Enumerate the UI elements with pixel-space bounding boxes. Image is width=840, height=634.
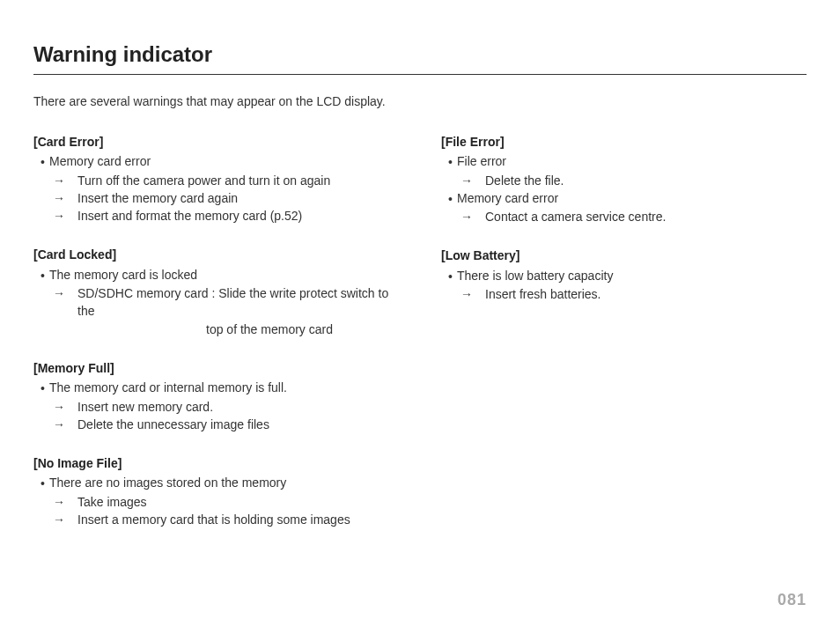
section-heading: [Low Battery] <box>441 247 807 264</box>
action-text: Delete the file. <box>485 172 807 189</box>
action-text: Turn off the camera power and turn it on… <box>77 172 399 189</box>
arrow-icon: → <box>53 398 77 416</box>
bullet-icon: • <box>41 266 49 284</box>
arrow-icon: → <box>461 285 485 303</box>
section-no-image: [No Image File] • There are no images st… <box>33 454 399 528</box>
section-heading: [Memory Full] <box>33 359 399 377</box>
action-text: Insert fresh batteries. <box>485 285 807 303</box>
action-item: → Delete the unnecessary image files <box>33 416 399 433</box>
action-text: Delete the unnecessary image files <box>77 416 399 433</box>
section-heading: [No Image File] <box>33 454 399 472</box>
section-low-battery: [Low Battery] • There is low battery cap… <box>441 247 807 303</box>
bullet-item: • The memory card is locked <box>33 266 399 284</box>
section-heading: [Card Locked] <box>33 246 399 263</box>
bullet-text: The memory card is locked <box>49 266 197 284</box>
section-heading: [Card Error] <box>33 133 399 151</box>
right-column: [File Error] • File error → Delete the f… <box>441 133 807 549</box>
action-text: Insert the memory card again <box>77 189 399 207</box>
bullet-item: • File error <box>441 152 807 171</box>
action-item: → Take images <box>33 493 399 511</box>
action-item: → Insert new memory card. <box>33 398 399 416</box>
arrow-icon: → <box>53 493 77 511</box>
section-card-error: [Card Error] • Memory card error → Turn … <box>33 133 399 225</box>
bullet-text: The memory card or internal memory is fu… <box>49 379 287 397</box>
page-number: 081 <box>777 591 807 609</box>
bullet-icon: • <box>41 379 49 397</box>
bullet-text: File error <box>457 152 506 171</box>
bullet-icon: • <box>41 474 49 492</box>
page-title: Warning indicator <box>33 42 807 75</box>
action-item: → Turn off the camera power and turn it … <box>33 172 399 189</box>
arrow-icon: → <box>53 172 77 189</box>
bullet-icon: • <box>448 267 457 285</box>
bullet-item: • Memory card error <box>441 189 807 208</box>
bullet-text: There are no images stored on the memory <box>49 474 286 492</box>
action-item: → Insert and format the memory card (p.5… <box>33 207 399 225</box>
action-item: → Delete the file. <box>441 172 807 189</box>
section-file-error: [File Error] • File error → Delete the f… <box>441 133 807 225</box>
action-text: Contact a camera service centre. <box>485 208 807 225</box>
arrow-icon: → <box>461 208 485 225</box>
action-item: → Contact a camera service centre. <box>441 208 807 225</box>
bullet-text: Memory card error <box>49 152 151 171</box>
section-card-locked: [Card Locked] • The memory card is locke… <box>33 246 399 337</box>
section-heading: [File Error] <box>441 133 807 151</box>
action-text: SD/SDHC memory card : Slide the write pr… <box>77 284 399 321</box>
bullet-text: Memory card error <box>457 189 558 208</box>
action-item: → Insert the memory card again <box>33 189 399 207</box>
arrow-icon: → <box>53 416 77 433</box>
action-text: Insert new memory card. <box>77 398 399 416</box>
arrow-icon: → <box>461 172 485 189</box>
left-column: [Card Error] • Memory card error → Turn … <box>33 133 399 549</box>
arrow-icon: → <box>53 207 77 225</box>
action-text: Take images <box>77 493 399 511</box>
arrow-icon: → <box>53 284 77 321</box>
action-continuation: top of the memory card <box>33 321 399 338</box>
bullet-item: • There are no images stored on the memo… <box>33 474 399 492</box>
action-item: → Insert fresh batteries. <box>441 285 807 303</box>
content-columns: [Card Error] • Memory card error → Turn … <box>33 133 807 549</box>
action-item: → SD/SDHC memory card : Slide the write … <box>33 284 399 321</box>
action-text: Insert and format the memory card (p.52) <box>77 207 399 225</box>
bullet-icon: • <box>448 189 457 208</box>
arrow-icon: → <box>53 189 77 207</box>
bullet-icon: • <box>448 152 457 171</box>
bullet-item: • The memory card or internal memory is … <box>33 379 399 397</box>
intro-text: There are several warnings that may appe… <box>33 94 807 108</box>
action-text: Insert a memory card that is holding som… <box>77 511 399 528</box>
section-memory-full: [Memory Full] • The memory card or inter… <box>33 359 399 433</box>
bullet-icon: • <box>41 152 49 171</box>
arrow-icon: → <box>53 511 77 528</box>
bullet-text: There is low battery capacity <box>457 267 613 285</box>
action-item: → Insert a memory card that is holding s… <box>33 511 399 528</box>
bullet-item: • There is low battery capacity <box>441 267 807 285</box>
bullet-item: • Memory card error <box>33 152 399 171</box>
